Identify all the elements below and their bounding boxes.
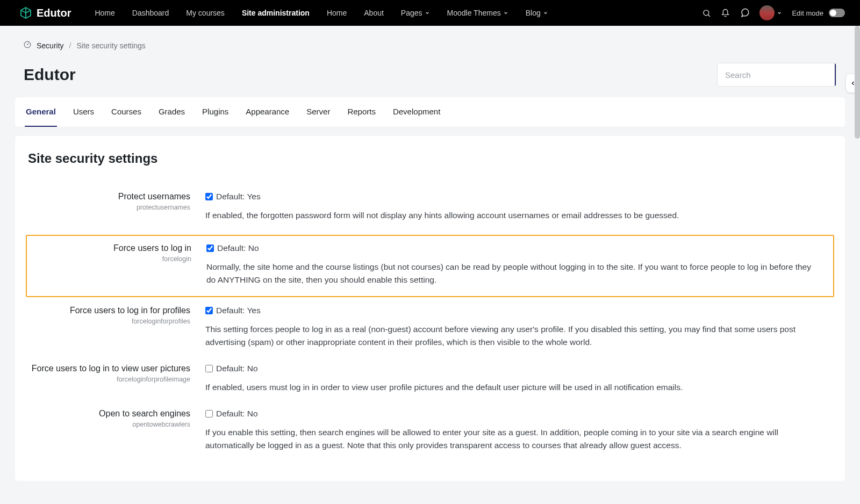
brand-name: Edutor	[37, 7, 71, 19]
breadcrumb: Security / Site security settings	[15, 41, 845, 50]
nav-home[interactable]: Home	[86, 0, 123, 26]
content-area: Security / Site security settings Edutor…	[0, 26, 860, 504]
tab-reports[interactable]: Reports	[346, 97, 377, 127]
setting-label: Open to search engines	[26, 409, 190, 419]
chevron-down-icon	[543, 10, 548, 16]
tab-general[interactable]: General	[25, 97, 57, 127]
tabs-card: GeneralUsersCoursesGradesPluginsAppearan…	[15, 97, 845, 127]
tab-server[interactable]: Server	[305, 97, 331, 127]
admin-tabs: GeneralUsersCoursesGradesPluginsAppearan…	[15, 97, 845, 127]
bell-icon[interactable]	[721, 9, 730, 18]
setting-label: Force users to log in for profiles	[26, 306, 190, 315]
setting-value-col: Default: NoIf enabled, users must log in…	[205, 364, 834, 394]
setting-label: Protect usernames	[26, 192, 190, 201]
setting-checkbox-row: Default: No	[205, 364, 818, 373]
primary-nav: HomeDashboardMy coursesSite administrati…	[86, 0, 556, 26]
setting-default-text: Default: No	[217, 243, 259, 253]
setting-label: Force users to log in	[27, 243, 191, 253]
chevron-down-icon	[503, 10, 508, 16]
avatar	[759, 5, 775, 20]
setting-label-col: Open to search enginesopentowebcrawlers	[26, 409, 191, 428]
setting-checkbox[interactable]	[205, 365, 213, 372]
tab-users[interactable]: Users	[72, 97, 95, 127]
setting-forcelogin: Force users to log inforceloginDefault: …	[26, 235, 834, 297]
setting-default-text: Default: Yes	[216, 192, 261, 201]
scrollbar-thumb[interactable]	[855, 26, 860, 139]
setting-description: If enabled, the forgotten password form …	[205, 209, 818, 222]
nav-my-courses[interactable]: My courses	[177, 0, 233, 26]
logo-icon	[19, 6, 32, 19]
page-header: Edutor	[15, 63, 845, 97]
nav-dashboard[interactable]: Dashboard	[124, 0, 178, 26]
settings-list: Protect usernamesprotectusernamesDefault…	[26, 186, 834, 462]
setting-slug: forceloginforprofiles	[26, 318, 190, 325]
scrollbar[interactable]	[855, 26, 860, 504]
nav-blog[interactable]: Blog	[517, 0, 557, 26]
svg-point-3	[27, 44, 28, 45]
setting-checkbox-row: Default: Yes	[205, 306, 818, 315]
dashboard-icon	[24, 41, 31, 50]
page-title: Edutor	[24, 66, 76, 84]
breadcrumb-current: Site security settings	[76, 41, 145, 50]
search-group	[717, 63, 836, 87]
setting-default-text: Default: No	[216, 409, 258, 419]
nav-pages[interactable]: Pages	[392, 0, 439, 26]
setting-value-col: Default: YesThis setting forces people t…	[205, 306, 834, 349]
setting-slug: opentowebcrawlers	[26, 421, 190, 428]
edit-mode-control: Edit mode	[792, 9, 845, 17]
nav-site-administration[interactable]: Site administration	[233, 0, 318, 26]
setting-checkbox-row: Default: Yes	[205, 192, 818, 201]
svg-line-1	[708, 15, 710, 16]
nav-about[interactable]: About	[355, 0, 392, 26]
setting-checkbox-row: Default: No	[205, 409, 818, 419]
edit-mode-toggle[interactable]	[829, 9, 845, 17]
user-menu[interactable]	[759, 5, 782, 20]
breadcrumb-root[interactable]: Security	[37, 41, 64, 50]
search-icon[interactable]	[702, 9, 711, 18]
tab-grades[interactable]: Grades	[157, 97, 186, 127]
tab-courses[interactable]: Courses	[110, 97, 142, 127]
setting-description: This setting forces people to log in as …	[205, 323, 818, 349]
top-navbar: Edutor HomeDashboardMy coursesSite admin…	[0, 0, 860, 26]
search-button[interactable]	[835, 63, 836, 86]
tab-development[interactable]: Development	[392, 97, 441, 127]
section-heading: Site security settings	[28, 151, 834, 166]
setting-checkbox[interactable]	[206, 244, 214, 252]
setting-label-col: Force users to log inforcelogin	[27, 243, 192, 263]
search-input[interactable]	[718, 63, 835, 86]
setting-slug: protectusernames	[26, 204, 190, 211]
setting-description: Normally, the site home and the course l…	[206, 261, 817, 286]
setting-opentowebcrawlers: Open to search enginesopentowebcrawlersD…	[26, 404, 834, 462]
setting-protectusernames: Protect usernamesprotectusernamesDefault…	[26, 186, 834, 232]
tab-appearance[interactable]: Appearance	[245, 97, 290, 127]
setting-value-col: Default: NoNormally, the site home and t…	[206, 243, 833, 286]
setting-value-col: Default: YesIf enabled, the forgotten pa…	[205, 192, 834, 222]
edit-mode-label: Edit mode	[792, 9, 823, 17]
setting-default-text: Default: No	[216, 364, 258, 373]
setting-description: If you enable this setting, then search …	[205, 426, 818, 452]
nav-home[interactable]: Home	[318, 0, 355, 26]
brand-logo[interactable]: Edutor	[19, 6, 71, 19]
svg-point-0	[704, 10, 709, 15]
setting-label-col: Force users to log in to view user pictu…	[26, 364, 191, 383]
search-icon	[835, 70, 836, 79]
setting-description: If enabled, users must log in in order t…	[205, 381, 818, 394]
topbar-right: Edit mode	[702, 5, 845, 20]
setting-checkbox[interactable]	[205, 193, 213, 200]
setting-label: Force users to log in to view user pictu…	[26, 364, 190, 373]
setting-checkbox[interactable]	[205, 410, 213, 417]
settings-card: Site security settings Protect usernames…	[15, 136, 845, 481]
setting-checkbox-row: Default: No	[206, 243, 817, 253]
breadcrumb-separator: /	[69, 41, 71, 50]
chevron-down-icon	[425, 10, 430, 16]
setting-forceloginforprofileimage: Force users to log in to view user pictu…	[26, 358, 834, 404]
nav-moodle-themes[interactable]: Moodle Themes	[439, 0, 517, 26]
setting-slug: forcelogin	[27, 255, 191, 263]
setting-label-col: Force users to log in for profilesforcel…	[26, 306, 191, 325]
messages-icon[interactable]	[740, 8, 750, 18]
tab-plugins[interactable]: Plugins	[201, 97, 230, 127]
setting-label-col: Protect usernamesprotectusernames	[26, 192, 191, 211]
setting-forceloginforprofiles: Force users to log in for profilesforcel…	[26, 300, 834, 358]
setting-checkbox[interactable]	[205, 307, 213, 314]
setting-value-col: Default: NoIf you enable this setting, t…	[205, 409, 834, 452]
